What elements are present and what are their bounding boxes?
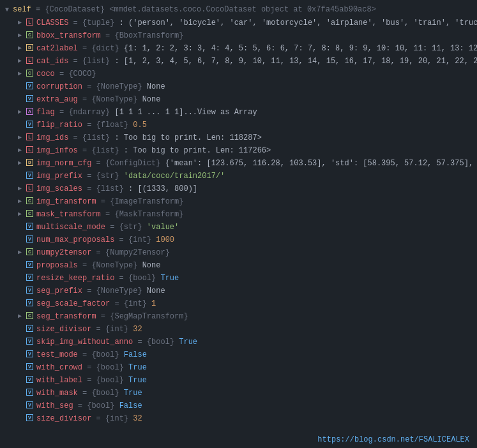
expand-arrow[interactable]: ▶ [15,17,24,29]
list-item: ▶ L img_infos = {list} : Too big to prin… [0,144,477,157]
row-type-anno: = {NoneType} [82,285,147,297]
expand-arrow-placeholder [15,298,24,310]
expand-arrow-placeholder [15,285,24,297]
type-icon: V [26,235,34,244]
expand-arrow[interactable]: ▶ [15,107,24,118]
expand-arrow-placeholder [15,336,24,348]
expand-arrow[interactable]: ▶ [15,145,24,156]
list-item: V num_max_proposals = {int} 1000 [0,234,477,246]
row-value: 1000 [156,234,174,246]
type-icon-inner: C [26,248,33,255]
type-icon-inner: V [26,223,33,230]
row-type-anno: = {str} [82,170,124,182]
list-item: ▶ C img_transform = {ImageTransform} [0,195,477,208]
type-icon: V [26,414,34,422]
list-item: V seg_scale_factor = {int} 1 [0,297,477,310]
type-icon-inner: V [26,299,33,306]
type-icon-inner: V [26,325,33,332]
row-key: extra_aug [36,94,78,105]
list-item: ▶ C numpy2tensor = {Numpy2Tensor} [0,246,477,259]
expand-arrow[interactable]: ▶ [15,158,24,169]
row-key: flag [36,107,55,118]
row-value: {1: 1, 2: 2, 3: 3, 4: 4, 5: 5, 6: 6, 7: … [124,43,477,54]
expand-arrow[interactable]: ▶ [15,132,24,144]
row-key: bbox_transform [36,30,101,41]
row-type-anno: = {int} [91,413,133,424]
expand-arrow[interactable]: ▶ [15,68,24,80]
row-value: 1 [151,298,156,310]
type-icon-inner: D [26,44,33,51]
row-key: resize_keep_ratio [36,273,114,284]
row-type-anno: = {NoneType} [82,81,147,93]
row-value: : Too big to print. Len: 117266> [124,145,271,156]
type-icon-inner: V [26,121,33,128]
type-icon: V [26,337,34,346]
expand-arrow-placeholder [15,362,24,373]
type-icon-inner: V [26,235,33,243]
type-icon: L [26,18,34,27]
expand-arrow[interactable]: ▶ [15,209,24,220]
row-value: 'data/coco/train2017/' [124,170,225,182]
row-type-anno: = {ImageTransform} [96,196,188,207]
type-icon-inner: C [26,210,33,217]
type-icon: L [26,184,34,193]
type-icon-inner: C [26,70,33,77]
type-icon: V [26,350,34,359]
list-item: V extra_aug = {NoneType} None [0,93,477,106]
type-icon-inner: V [26,261,33,268]
expand-arrow[interactable]: ▶ [15,56,24,67]
row-type-anno: = {bool} [82,362,128,373]
expand-arrow-placeholder [15,375,24,386]
row-key: mask_transform [36,209,101,220]
expand-arrow[interactable]: ▶ [15,311,24,322]
type-icon-inner: A [26,108,33,115]
expand-arrow[interactable]: ▶ [15,30,24,41]
row-type-anno: = {ndarray} [55,107,115,118]
expand-arrow[interactable]: ▶ [15,183,24,195]
type-icon: V [26,324,34,333]
list-item: V with_crowd = {bool} True [0,361,477,374]
row-type-anno: = {int} [91,324,133,335]
type-icon-inner: V [26,82,33,89]
row-key: img_infos [36,145,78,156]
list-item: ▶ C coco = {COCO} [0,68,477,80]
row-key: img_ids [36,132,68,144]
type-icon: A [26,107,34,116]
row-value: True [128,362,147,373]
expand-arrow[interactable]: ▶ [15,196,24,207]
row-type-anno: = {bool} [73,400,119,412]
header-expand-arrow[interactable]: ▼ [3,6,11,13]
expand-arrow-placeholder [15,81,24,93]
row-type-anno: = {NoneType} [78,260,142,271]
row-key: with_seg [36,400,73,412]
row-value: None [147,81,165,93]
type-icon: V [26,299,34,308]
list-item: V with_label = {bool} True [0,374,477,387]
type-icon: V [26,388,34,397]
row-key: numpy2tensor [36,247,91,258]
expand-arrow-placeholder [15,260,24,271]
row-key: with_label [36,375,82,386]
row-key: img_norm_cfg [36,158,91,169]
type-icon: V [26,94,34,103]
type-icon: V [26,273,34,282]
row-key: with_mask [36,387,78,399]
row-type-anno: = {float} [82,119,133,131]
list-item: ▶ L cat_ids = {list} : [1, 2, 3, 4, 5, 6… [0,55,477,68]
list-item: ▶ D cat2label = {dict} {1: 1, 2: 2, 3: 3… [0,42,477,55]
expand-arrow[interactable]: ▶ [15,43,24,54]
row-value: True [128,375,147,386]
type-icon-inner: L [26,57,33,64]
row-value: {'mean': [123.675, 116.28, 103.53], 'std… [165,158,477,169]
list-item: V corruption = {NoneType} None [0,80,477,93]
type-icon: V [26,362,34,371]
list-item: ▶ C seg_transform = {SegMapTransform} [0,310,477,323]
list-item: V with_mask = {bool} True [0,387,477,399]
type-icon-inner: V [26,363,33,370]
type-icon-inner: L [26,19,33,26]
expand-arrow[interactable]: ▶ [15,247,24,258]
type-icon-inner: L [26,184,33,191]
row-type-anno: = {SegMapTransform} [96,311,193,322]
list-item: ▶ C bbox_transform = {BboxTransform} [0,29,477,42]
row-key: img_transform [36,196,96,207]
